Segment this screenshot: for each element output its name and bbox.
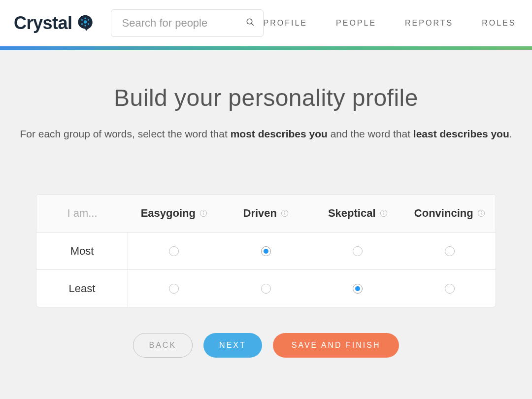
subtitle-bold-1: most describes you [231,128,328,139]
radio-least-skeptical[interactable] [353,284,363,294]
save-and-finish-button[interactable]: SAVE AND FINISH [273,333,399,358]
nav-profile[interactable]: PROFILE [264,19,307,28]
radio-cell [312,270,404,307]
table-row: Least [36,269,496,307]
radio-most-skeptical[interactable] [353,246,363,256]
main-content: Build your personality profile For each … [0,50,532,399]
radio-cell [404,270,496,307]
trait-header: Skeptical [312,195,404,232]
radio-most-driven[interactable] [261,246,271,256]
subtitle-text: . [509,128,512,139]
search-icon[interactable] [246,18,255,29]
svg-point-5 [81,23,82,25]
trait-header: Convincing [404,195,496,232]
radio-cell [220,233,312,269]
trait-label: Easygoing [141,207,196,220]
trait-header: Driven [220,195,312,232]
page-title: Build your personality profile [114,84,418,111]
radio-least-convincing[interactable] [445,284,455,294]
trait-label: Skeptical [328,207,376,220]
svg-point-11 [203,211,203,212]
table-corner-label: I am... [36,195,128,232]
info-icon[interactable] [200,209,207,217]
radio-cell [404,233,496,269]
row-label: Least [36,270,128,307]
table-row: Most [36,232,496,269]
radio-cell [128,270,220,307]
svg-point-3 [87,23,89,25]
svg-point-0 [83,20,87,24]
svg-point-7 [247,19,252,24]
svg-point-17 [383,211,384,212]
brand-name: Crystal [14,13,72,33]
nav-people[interactable]: PEOPLE [336,19,376,28]
radio-most-convincing[interactable] [445,246,455,256]
svg-point-14 [284,211,285,212]
next-button[interactable]: NEXT [203,333,262,358]
radio-cell [128,233,220,269]
trait-label: Driven [243,207,277,220]
info-icon[interactable] [281,209,289,217]
page-subtitle: For each group of words, select the word… [20,128,512,140]
search-input[interactable] [111,9,264,37]
gradient-divider [0,46,532,50]
brand-logo[interactable]: Crystal [14,13,94,33]
app-header: Crystal PROFILE PEOPLE REPORTS ROLES [0,0,532,46]
svg-point-20 [481,211,481,212]
nav-roles[interactable]: ROLES [482,19,516,28]
subtitle-bold-2: least describes you [413,128,509,139]
nav-reports[interactable]: REPORTS [405,19,453,28]
action-buttons: BACK NEXT SAVE AND FINISH [133,333,399,358]
radio-least-driven[interactable] [261,284,271,294]
trait-label: Convincing [414,207,473,220]
radio-cell [312,233,404,269]
trait-header: Easygoing [128,195,220,232]
info-icon[interactable] [380,209,388,217]
table-header-row: I am... EasygoingDrivenSkepticalConvinci… [36,195,496,232]
svg-line-8 [251,23,254,26]
radio-cell [220,270,312,307]
svg-point-2 [87,19,89,21]
row-label: Most [36,233,128,269]
radio-most-easygoing[interactable] [169,246,179,256]
svg-point-4 [84,25,86,26]
trait-table: I am... EasygoingDrivenSkepticalConvinci… [36,194,496,307]
radio-least-easygoing[interactable] [169,284,179,294]
brand-mark-icon [76,14,94,32]
back-button[interactable]: BACK [133,333,193,358]
subtitle-text: and the word that [328,128,413,139]
svg-point-1 [84,18,86,19]
svg-point-6 [81,19,82,21]
search-container [111,9,264,37]
info-icon[interactable] [477,209,485,217]
subtitle-text: For each group of words, select the word… [20,128,230,139]
primary-nav: PROFILE PEOPLE REPORTS ROLES [264,19,516,28]
